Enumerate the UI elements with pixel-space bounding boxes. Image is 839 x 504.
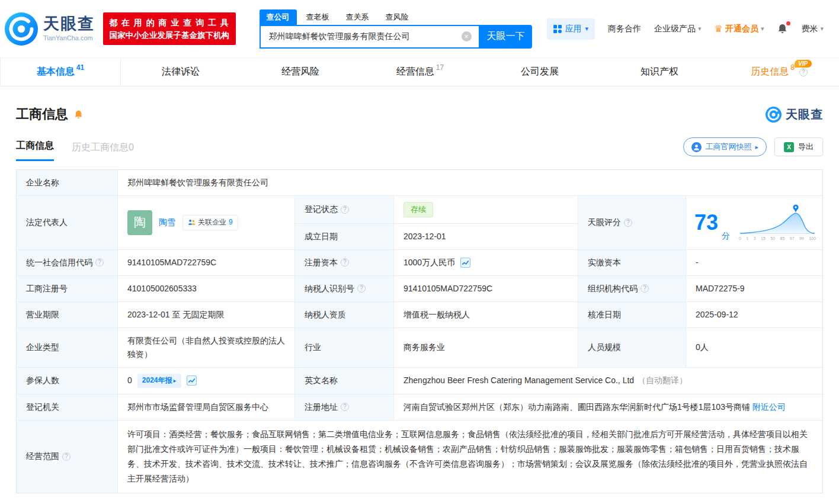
watermark-text: 天眼查 xyxy=(786,107,823,123)
english-name-text: Zhengzhou Beer Fresh Catering Management… xyxy=(404,374,634,387)
clear-icon[interactable]: × xyxy=(462,31,472,41)
related-companies-count: 9 xyxy=(229,217,233,229)
org-code-label: 组织机构代码 ? xyxy=(578,276,686,302)
insured-count-value: 0 2024年报 ▸ xyxy=(118,368,295,394)
search-tab-risk[interactable]: 查风险 xyxy=(379,9,416,25)
taxpayer-id-label: 纳税人识别号 ? xyxy=(295,276,394,302)
header: 天眼查 TianYanCha.com 都 在 用 的 商 业 查 询 工 具 国… xyxy=(0,0,839,57)
tianyancha-logo-icon xyxy=(5,12,38,46)
search-input-wrap: × xyxy=(260,25,480,49)
search-tab-relation[interactable]: 查关系 xyxy=(339,9,376,25)
status-badge: 存续 xyxy=(404,202,433,217)
notification-bell-icon[interactable] xyxy=(777,23,788,34)
nearby-companies-link[interactable]: 附近公司 xyxy=(752,402,786,412)
reg-authority-label: 登记机关 xyxy=(17,394,118,420)
trend-chart-icon[interactable] xyxy=(460,258,470,268)
score-number: 73 xyxy=(694,212,718,233)
paid-capital-label: 实缴资本 xyxy=(578,250,686,276)
subtab-history-business-info[interactable]: 历史工商信息0 xyxy=(72,142,134,161)
apps-button[interactable]: 应用 ▾ xyxy=(547,18,595,40)
help-icon[interactable]: ? xyxy=(357,284,366,293)
legal-rep-avatar[interactable]: 陶 xyxy=(127,210,152,235)
tab-label: 公司发展 xyxy=(521,66,559,78)
tab-legal-proceedings[interactable]: 法律诉讼 xyxy=(121,58,241,86)
reg-number-value: 410105002605333 xyxy=(118,276,295,302)
tab-label: 基本信息 xyxy=(37,66,75,78)
company-nav: 基本信息 41 法律诉讼 经营风险 经营信息 17 公司发展 知识产权 VIP … xyxy=(0,57,839,86)
biz-coop-link[interactable]: 商务合作 xyxy=(608,24,641,34)
tab-intellectual-property[interactable]: 知识产权 xyxy=(600,58,719,86)
main-content: 工商信息 天眼查 工商信息 历史工商信息0 xyxy=(0,105,839,493)
arrow-right-icon: ▸ xyxy=(174,376,177,386)
related-people-icon xyxy=(188,219,196,226)
search-row: × 天眼一下 xyxy=(260,25,532,49)
company-type-label: 企业类型 xyxy=(17,328,118,368)
tab-company-development[interactable]: 公司发展 xyxy=(480,58,600,86)
brand-domain: TianYanCha.com xyxy=(43,34,95,41)
enterprise-product-label: 企业级产品 xyxy=(654,24,696,34)
tab-basic-info[interactable]: 基本信息 41 xyxy=(0,58,121,86)
crown-icon: ♛ xyxy=(715,23,723,34)
help-icon[interactable]: ? xyxy=(341,403,349,411)
help-icon[interactable]: ? xyxy=(641,284,649,293)
establish-date-label: 成立日期 xyxy=(295,224,394,250)
help-icon[interactable]: ? xyxy=(62,452,71,461)
org-code-value: MAD72275-9 xyxy=(686,276,822,302)
biz-coop-label: 商务合作 xyxy=(608,24,641,34)
tab-label: 经营信息 xyxy=(396,66,434,78)
reg-capital-label-text: 注册资本 xyxy=(305,256,338,269)
reg-status-value: 存续 xyxy=(394,196,578,223)
apps-label: 应用 xyxy=(565,24,582,34)
promo-banner: 都 在 用 的 商 业 查 询 工 具 国家中小企业发展子基金旗下机构 xyxy=(103,12,236,45)
help-icon[interactable]: ? xyxy=(95,258,104,267)
legal-rep-name-link[interactable]: 陶雪 xyxy=(159,216,175,229)
tab-operation-info[interactable]: 经营信息 17 xyxy=(360,58,480,86)
reg-capital-value: 1000万人民币 xyxy=(394,250,578,276)
company-name-value: 郑州啤啤鲜餐饮管理服务有限责任公司 xyxy=(118,170,822,196)
help-icon[interactable]: ? xyxy=(341,206,349,214)
help-icon[interactable]: ? xyxy=(341,258,349,267)
tab-history-info[interactable]: VIP 历史信息 8 ? xyxy=(719,58,839,86)
tab-count: 8 xyxy=(790,63,795,72)
search-tab-company[interactable]: 查公司 xyxy=(260,9,297,25)
staff-size-label: 人员规模 xyxy=(578,328,686,368)
reg-address-text: 河南自贸试验区郑州片区（郑东）动力南路南、圃田西路东华润新时代广场1号楼1层10… xyxy=(404,402,750,412)
related-companies-badge[interactable]: 关联企业 9 xyxy=(182,215,238,230)
taxpayer-quality-label: 纳税人资质 xyxy=(295,302,394,328)
subscribe-bell-icon[interactable] xyxy=(73,110,84,120)
help-icon[interactable]: ? xyxy=(624,219,632,227)
tab-operation-risk[interactable]: 经营风险 xyxy=(241,58,360,86)
help-icon[interactable]: ? xyxy=(799,68,808,76)
credit-code-value: 91410105MAD722759C xyxy=(118,250,295,276)
enterprise-product-link[interactable]: 企业级产品 ▾ xyxy=(654,24,702,34)
tianyancha-logo[interactable]: 天眼查 TianYanCha.com xyxy=(5,12,95,46)
reg-status-label: 登记状态 ? xyxy=(295,196,394,223)
english-name-value: Zhengzhou Beer Fresh Catering Management… xyxy=(394,368,822,394)
score-label: 天眼评分 ? xyxy=(578,196,686,250)
reg-authority-value: 郑州市市场监督管理局自贸区服务中心 xyxy=(118,394,295,420)
vip-upgrade-link[interactable]: ♛ 开通会员 ▾ xyxy=(715,23,764,34)
watermark-logo-icon xyxy=(766,107,782,123)
annual-report-badge[interactable]: 2024年报 ▸ xyxy=(137,374,181,388)
search-input[interactable] xyxy=(268,31,462,42)
search-tab-boss[interactable]: 查老板 xyxy=(299,9,337,25)
subtab-business-info[interactable]: 工商信息 xyxy=(16,140,54,161)
legal-rep-label: 法定代表人 xyxy=(17,196,118,250)
section-title: 工商信息 xyxy=(16,105,68,123)
user-menu[interactable]: 费米 ▾ xyxy=(801,24,824,34)
reg-status-label-text: 登记状态 xyxy=(305,203,338,216)
search-button[interactable]: 天眼一下 xyxy=(480,25,532,49)
trend-chart-icon[interactable] xyxy=(187,375,197,386)
reg-number-label: 工商注册号 xyxy=(17,276,118,302)
tab-label: 知识产权 xyxy=(641,66,678,78)
related-companies-label: 关联企业 xyxy=(198,217,226,229)
subtab-row: 工商信息 历史工商信息0 工商官网快照 ▸ X 导出 xyxy=(16,137,823,161)
reg-address-value: 河南自贸试验区郑州片区（郑东）动力南路南、圃田西路东华润新时代广场1号楼1层10… xyxy=(394,394,822,420)
official-snapshot-button[interactable]: 工商官网快照 ▸ xyxy=(683,137,767,156)
reg-capital-text: 1000万人民币 xyxy=(404,256,455,269)
business-scope-value: 许可项目：酒类经营；餐饮服务；食品互联网销售；第二类增值电信业务；互联网信息服务… xyxy=(118,420,822,493)
search-area: 查公司 查老板 查关系 查风险 × 天眼一下 xyxy=(260,9,532,49)
score-distribution-chart: 0131550859799100 xyxy=(738,204,816,242)
export-button[interactable]: X 导出 xyxy=(774,137,823,156)
user-name: 费米 xyxy=(801,24,818,34)
